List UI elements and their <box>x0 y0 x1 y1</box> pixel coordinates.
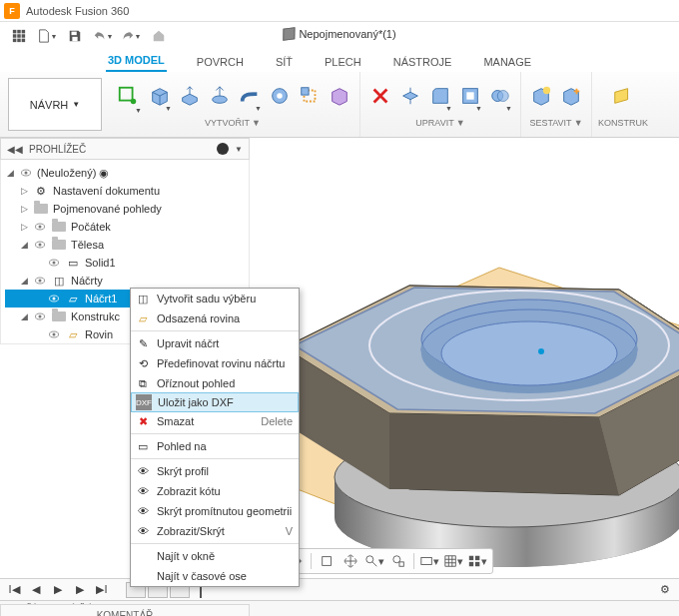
cm-hide-profile[interactable]: 👁Skrýt profil <box>131 461 299 481</box>
redefine-plane-icon: ⟲ <box>135 355 151 371</box>
visibility-icon[interactable] <box>33 220 47 234</box>
zoom-button[interactable]: ▾ <box>363 551 385 571</box>
tree-solid1[interactable]: ▭Solid1 <box>5 254 249 272</box>
visibility-icon[interactable] <box>47 327 61 341</box>
tab-3d-model[interactable]: 3D MODEL <box>106 52 167 72</box>
grid-button[interactable]: ▾ <box>442 551 464 571</box>
group-label-construct: KONSTRUK <box>598 118 648 128</box>
svg-point-15 <box>277 93 283 99</box>
loft-tool[interactable] <box>296 82 324 110</box>
undo-button[interactable]: ▼ <box>90 25 116 47</box>
gear-icon: ⚙ <box>33 184 49 198</box>
svg-rect-44 <box>421 558 432 565</box>
browser-header[interactable]: ◀◀ PROHLÍŽEČ ▼ <box>0 138 250 160</box>
comments-panel-header[interactable]: KOMENTÁŘ <box>0 604 250 616</box>
tree-origin[interactable]: ▷Počátek <box>5 218 249 236</box>
pan-button[interactable] <box>340 551 361 571</box>
cm-show-hide[interactable]: 👁Zobrazit/SkrýtV <box>131 521 299 541</box>
eye-icon: 👁 <box>135 523 151 539</box>
fillet-tool[interactable]: ▼ <box>426 82 454 110</box>
form-tool[interactable] <box>326 82 353 110</box>
cm-hide-projected[interactable]: 👁Skrýt promítnutou geometrii <box>131 501 299 521</box>
svg-rect-10 <box>72 37 77 41</box>
ribbon-group-assemble: SESTAVIT ▼ <box>521 72 592 137</box>
redo-button[interactable]: ▼ <box>118 25 144 47</box>
tab-manage[interactable]: MANAGE <box>481 54 533 72</box>
selection-set-icon: ◫ <box>135 291 151 307</box>
ribbon-group-construct: KONSTRUK <box>592 72 654 137</box>
sketch-folder-icon: ◫ <box>51 274 67 288</box>
press-pull-tool[interactable] <box>396 82 424 110</box>
home-button[interactable] <box>146 25 172 47</box>
svg-rect-43 <box>399 562 403 566</box>
tab-tools[interactable]: NÁSTROJE <box>391 54 454 72</box>
cm-find-window[interactable]: Najít v okně <box>131 546 299 566</box>
svg-rect-47 <box>469 562 473 566</box>
box-tool[interactable]: ▼ <box>146 82 174 110</box>
cm-crop-view[interactable]: ⧉Oříznout pohled <box>131 373 299 393</box>
cm-redefine-plane[interactable]: ⟲Předefinovat rovinu náčrtu <box>131 353 299 373</box>
visibility-icon[interactable] <box>33 238 47 252</box>
plane-tool[interactable] <box>609 82 637 110</box>
svg-point-58 <box>39 280 42 283</box>
workspace-switcher[interactable]: NÁVRH ▼ <box>8 78 102 131</box>
cm-save-dxf[interactable]: DXFUložit jako DXF <box>131 392 299 412</box>
shell-tool[interactable]: ▼ <box>456 82 484 110</box>
visibility-icon[interactable] <box>47 256 61 270</box>
fit-button[interactable] <box>387 551 409 571</box>
joint-tool[interactable] <box>527 82 555 110</box>
workspace-label: NÁVRH <box>30 99 69 111</box>
visibility-icon[interactable] <box>19 166 33 180</box>
document-tab[interactable]: Nepojmenovaný*(1) <box>283 28 395 40</box>
delete-tool[interactable] <box>366 82 394 110</box>
cm-create-selection-set[interactable]: ◫Vytvořit sadu výběru <box>131 289 299 308</box>
viewport-layout-button[interactable]: ▾ <box>466 551 488 571</box>
look-at-button[interactable] <box>316 551 338 571</box>
svg-point-52 <box>39 226 42 229</box>
grid-menu-button[interactable] <box>6 25 32 47</box>
tab-surface[interactable]: POVRCH <box>195 54 246 72</box>
sketch-tool[interactable]: ▼ <box>112 80 144 112</box>
svg-point-62 <box>39 315 42 318</box>
collapse-icon[interactable]: ◀◀ <box>7 144 23 155</box>
folder-icon <box>52 222 66 232</box>
visibility-icon[interactable] <box>33 274 47 288</box>
cm-find-timeline[interactable]: Najít v časové ose <box>131 566 299 586</box>
folder-icon <box>52 311 66 321</box>
delete-icon: ✖ <box>135 413 151 429</box>
timeline-settings-button[interactable]: ⚙ <box>657 582 673 598</box>
save-button[interactable] <box>62 25 88 47</box>
combine-tool[interactable]: ▼ <box>486 82 514 110</box>
tab-sheet-metal[interactable]: PLECH <box>323 54 363 72</box>
svg-rect-5 <box>22 34 26 38</box>
svg-rect-1 <box>17 30 21 34</box>
svg-point-13 <box>213 96 228 103</box>
browser-title: PROHLÍŽEČ <box>29 144 86 155</box>
revolve-tool[interactable] <box>206 82 234 110</box>
tree-bodies[interactable]: ◢Tělesa <box>5 236 249 254</box>
browser-options-icon[interactable] <box>217 143 229 155</box>
extrude-tool[interactable] <box>176 82 204 110</box>
tree-named-views[interactable]: ▷Pojmenované pohledy <box>5 200 249 218</box>
document-name: Nepojmenovaný*(1) <box>299 28 395 40</box>
new-file-button[interactable]: ▼ <box>34 25 60 47</box>
svg-rect-7 <box>17 39 21 43</box>
tree-doc-settings[interactable]: ▷⚙Nastavení dokumentu <box>5 182 249 200</box>
svg-rect-2 <box>22 30 26 34</box>
tree-root[interactable]: ◢ (Neuložený) ◉ <box>5 164 249 182</box>
radio-icon: ◉ <box>99 167 109 179</box>
cm-edit-sketch[interactable]: ✎Upravit náčrt <box>131 333 299 353</box>
tab-mesh[interactable]: SÍŤ <box>274 54 295 72</box>
new-component-tool[interactable] <box>557 82 585 110</box>
cm-delete[interactable]: ✖SmazatDelete <box>131 411 299 431</box>
cm-offset-plane[interactable]: ▱Odsazená rovina <box>131 308 299 328</box>
visibility-icon[interactable] <box>47 292 61 306</box>
cm-look-at[interactable]: ▭Pohled na <box>131 436 299 456</box>
visibility-icon[interactable] <box>33 309 47 323</box>
display-style-button[interactable]: ▾ <box>418 551 440 571</box>
ribbon-tabs: 3D MODEL POVRCH SÍŤ PLECH NÁSTROJE MANAG… <box>0 50 679 72</box>
hole-tool[interactable] <box>266 82 294 110</box>
ribbon: NÁVRH ▼ ▼ ▼ ▼ VYTVOŘIT ▼ ▼ ▼ ▼ UPRAVIT ▼ <box>0 72 679 138</box>
sweep-tool[interactable]: ▼ <box>236 82 264 110</box>
cm-show-dimensions[interactable]: 👁Zobrazit kótu <box>131 481 299 501</box>
